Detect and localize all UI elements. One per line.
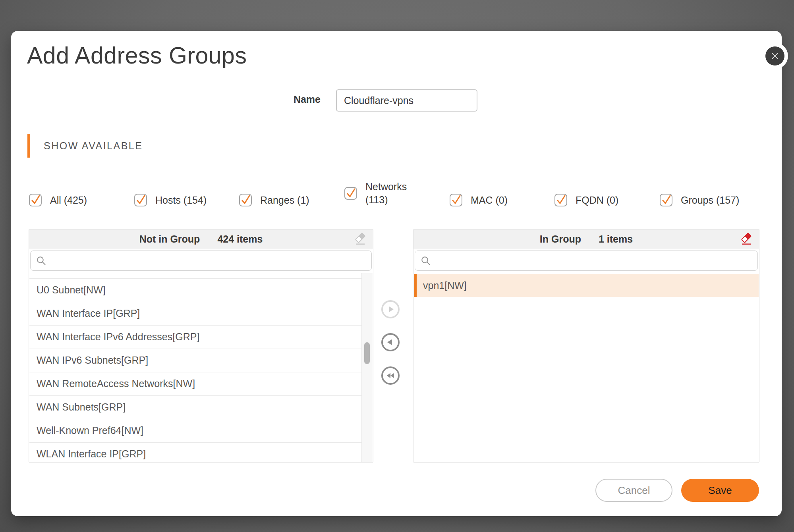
- checkbox-icon: [660, 194, 672, 206]
- checkbox-icon: [554, 194, 567, 206]
- save-button[interactable]: Save: [681, 479, 759, 502]
- available-panel-count: 424 items: [217, 233, 263, 245]
- available-item[interactable]: WAN RemoteAccess Networks[NW]: [29, 372, 361, 395]
- remove-all-from-group-button[interactable]: [381, 366, 400, 385]
- selected-search-input[interactable]: [435, 255, 752, 267]
- selected-panel-count: 1 items: [599, 233, 633, 245]
- dialog-title: Add Address Groups: [27, 42, 247, 69]
- available-item[interactable]: WAN Interface IP[GRP]: [29, 302, 361, 325]
- filter-checkbox-hosts[interactable]: Hosts (154): [134, 194, 207, 206]
- available-item[interactable]: WAN IPv6 Subnets[GRP]: [29, 349, 361, 372]
- section-label: SHOW AVAILABLE: [44, 140, 143, 152]
- remove-from-group-button[interactable]: [381, 333, 400, 351]
- filter-checkbox-networks[interactable]: Networks (113): [344, 180, 412, 206]
- available-panel: Not in Group 424 items: [29, 229, 373, 463]
- checkbox-icon: [450, 194, 462, 206]
- filter-checkbox-all[interactable]: All (425): [29, 194, 87, 206]
- selected-panel-title: In Group: [540, 233, 581, 245]
- close-button[interactable]: [765, 46, 784, 66]
- arrow-right-icon: [385, 304, 396, 315]
- clear-available-selection-button[interactable]: [352, 231, 368, 247]
- filter-checkbox-mac[interactable]: MAC (0): [450, 194, 508, 206]
- filter-checkbox-fqdn[interactable]: FQDN (0): [554, 194, 618, 206]
- move-to-group-button[interactable]: [381, 300, 400, 318]
- filter-checkbox-ranges[interactable]: Ranges (1): [239, 194, 309, 206]
- available-search-input[interactable]: [50, 255, 366, 267]
- filter-label: FQDN (0): [576, 195, 618, 206]
- selected-panel: In Group 1 items: [413, 229, 759, 463]
- filter-label: All (425): [50, 195, 87, 206]
- available-list: U0 Subnet[NW] WAN Interface IP[GRP] WAN …: [29, 273, 361, 462]
- selected-item[interactable]: vpn1[NW]: [414, 274, 759, 297]
- filter-label: MAC (0): [471, 195, 508, 206]
- filter-label: Networks (113): [365, 180, 412, 206]
- checkbox-icon: [29, 194, 42, 206]
- selected-list: vpn1[NW]: [414, 274, 759, 297]
- filter-label: Groups (157): [681, 195, 739, 206]
- filter-checkbox-groups[interactable]: Groups (157): [660, 194, 739, 206]
- available-item[interactable]: WAN Subnets[GRP]: [29, 395, 361, 419]
- selected-search-box: [415, 251, 758, 271]
- checkbox-icon: [239, 194, 252, 206]
- checkbox-icon: [344, 187, 357, 200]
- name-input[interactable]: [336, 89, 477, 112]
- available-panel-header: Not in Group 424 items: [29, 229, 373, 249]
- available-item[interactable]: WLAN Interface IP[GRP]: [29, 442, 361, 462]
- available-item[interactable]: WAN Interface IPv6 Addresses[GRP]: [29, 325, 361, 349]
- double-arrow-left-icon: [385, 370, 396, 381]
- eraser-icon: [739, 232, 753, 247]
- available-scrollbar-thumb[interactable]: [364, 342, 370, 364]
- available-item[interactable]: U0 Subnet[NW]: [29, 278, 361, 302]
- clear-group-selection-button[interactable]: [738, 231, 754, 247]
- show-available-section: SHOW AVAILABLE: [27, 134, 143, 158]
- section-accent-bar: [27, 134, 30, 158]
- selected-panel-header: In Group 1 items: [413, 229, 759, 249]
- search-icon: [36, 256, 46, 266]
- available-search-box: [30, 251, 372, 271]
- search-icon: [421, 256, 431, 266]
- eraser-icon: [353, 232, 367, 247]
- available-scrollbar-track: [361, 273, 373, 462]
- close-icon: [770, 51, 780, 61]
- name-label: Name: [272, 94, 321, 105]
- available-panel-title: Not in Group: [139, 233, 200, 245]
- cancel-button[interactable]: Cancel: [595, 479, 672, 502]
- add-address-groups-dialog: Add Address Groups Name SHOW AVAILABLE A…: [11, 31, 782, 516]
- arrow-left-icon: [385, 337, 396, 348]
- filter-label: Hosts (154): [155, 195, 207, 206]
- filter-label: Ranges (1): [260, 195, 309, 206]
- checkbox-icon: [134, 194, 147, 206]
- available-item[interactable]: Well-Known Pref64[NW]: [29, 419, 361, 442]
